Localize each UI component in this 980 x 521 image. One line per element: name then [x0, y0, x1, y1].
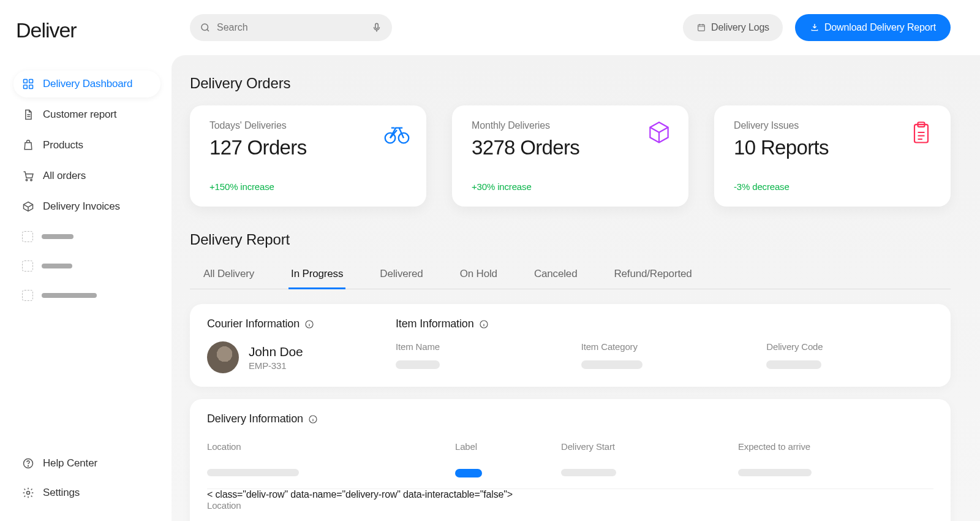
- sidebar-item-products[interactable]: Products: [13, 132, 160, 159]
- sidebar-item-all-orders[interactable]: All orders: [13, 162, 160, 189]
- item-col-name: Item Name: [396, 341, 563, 352]
- info-icon[interactable]: [304, 319, 314, 329]
- status-pill: [455, 469, 482, 477]
- bag-icon: [22, 139, 34, 151]
- box-icon: [646, 119, 673, 146]
- card-delta: +30% increase: [472, 181, 671, 192]
- sidebar-item-label: Help Center: [43, 457, 97, 470]
- card-delta: -3% decrease: [734, 181, 933, 192]
- svg-rect-3: [29, 85, 33, 89]
- card-value: 10 Reports: [734, 136, 933, 159]
- svg-rect-11: [698, 25, 705, 31]
- card-value: 3278 Orders: [472, 136, 671, 159]
- search-field[interactable]: [190, 14, 392, 41]
- item-info-title: Item Information: [396, 318, 933, 330]
- sidebar-item-delivery-dashboard[interactable]: Delivery Dashboard: [13, 70, 160, 97]
- tab-in-progress[interactable]: In Progress: [288, 263, 345, 289]
- document-icon: [22, 108, 34, 121]
- sidebar-item-label: All orders: [43, 170, 86, 182]
- col-location: Location: [207, 441, 438, 452]
- search-input[interactable]: [217, 22, 365, 33]
- card-delta: +150% increase: [209, 181, 409, 192]
- item-col-category: Item Category: [581, 341, 748, 352]
- box-icon: [22, 200, 34, 213]
- report-tabs: All Delivery In Progress Delivered On Ho…: [190, 257, 951, 289]
- sidebar-item-label: Settings: [43, 487, 80, 499]
- skeleton: [766, 360, 821, 369]
- button-label: Download Delivery Report: [824, 22, 936, 33]
- svg-point-9: [202, 24, 208, 31]
- clipboard-icon: [908, 119, 935, 146]
- courier-info-title: Courier Information: [207, 318, 366, 330]
- delivery-logs-button[interactable]: Delivery Logs: [683, 14, 783, 41]
- download-icon: [810, 23, 820, 32]
- tab-on-hold[interactable]: On Hold: [458, 263, 500, 289]
- sidebar-item-customer-report[interactable]: Customer report: [13, 101, 160, 128]
- tab-delivered[interactable]: Delivered: [377, 263, 425, 289]
- stat-card-monthly-deliveries: Monthly Deliveries 3278 Orders +30% incr…: [452, 105, 688, 207]
- svg-rect-2: [24, 85, 28, 89]
- card-label: Monthly Deliveries: [472, 120, 671, 131]
- svg-point-7: [28, 466, 29, 466]
- download-report-button[interactable]: Download Delivery Report: [795, 14, 951, 41]
- svg-point-13: [399, 133, 409, 143]
- courier-item-panel: Courier Information John Doe EMP-331: [190, 304, 951, 387]
- skeleton: [396, 360, 440, 369]
- delivery-row: Location Label Delivery Start: [207, 436, 933, 489]
- gear-icon: [22, 487, 34, 499]
- sidebar-item-label: Delivery Invoices: [43, 200, 120, 213]
- stat-cards: Todays' Deliveries 127 Orders +150% incr…: [190, 105, 951, 207]
- delivery-info-panel: Delivery Information Location Label: [190, 399, 951, 521]
- sidebar-item-settings[interactable]: Settings: [13, 479, 160, 506]
- sidebar-item-delivery-invoices[interactable]: Delivery Invoices: [13, 193, 160, 220]
- tab-canceled[interactable]: Canceled: [532, 263, 580, 289]
- brand-logo: Deliver: [13, 18, 160, 42]
- tab-refund-reported[interactable]: Refund/Reported: [611, 263, 694, 289]
- skeleton: [581, 360, 643, 369]
- svg-rect-10: [375, 23, 379, 28]
- stat-card-delivery-issues: Delivery Issues 10 Reports -3% decrease: [714, 105, 951, 207]
- courier-id: EMP-331: [249, 360, 303, 371]
- svg-point-5: [31, 179, 32, 181]
- sidebar-item-help-center[interactable]: Help Center: [13, 450, 160, 477]
- skeleton: [207, 469, 299, 476]
- report-body: Courier Information John Doe EMP-331: [190, 304, 951, 521]
- sidebar-nav: Delivery Dashboard Customer report Produ…: [13, 70, 160, 308]
- dashboard-icon: [22, 78, 34, 90]
- sidebar-item-placeholder: [13, 253, 160, 279]
- info-icon[interactable]: [308, 414, 318, 424]
- card-value: 127 Orders: [209, 136, 409, 159]
- card-label: Todays' Deliveries: [209, 120, 409, 131]
- stat-card-todays-deliveries: Todays' Deliveries 127 Orders +150% incr…: [190, 105, 426, 207]
- item-col-delivery-code: Delivery Code: [766, 341, 933, 352]
- content-area: Delivery Orders Todays' Deliveries 127 O…: [172, 55, 980, 521]
- col-delivery-start: Delivery Start: [561, 441, 721, 452]
- sidebar-item-placeholder: [13, 283, 160, 308]
- calendar-icon: [696, 23, 706, 32]
- col-label: Label: [455, 441, 544, 452]
- courier-name: John Doe: [249, 344, 303, 359]
- report-section-title: Delivery Report: [190, 231, 290, 248]
- search-icon: [200, 22, 211, 33]
- svg-rect-1: [29, 80, 33, 83]
- sidebar-item-label: Products: [43, 139, 83, 151]
- mic-icon[interactable]: [371, 22, 382, 33]
- button-label: Delivery Logs: [711, 22, 769, 33]
- bicycle-icon: [383, 119, 410, 146]
- col-expected-arrive: Expected to arrive: [738, 441, 933, 452]
- col-location: Location: [207, 500, 933, 511]
- svg-point-4: [26, 179, 28, 181]
- courier-block: John Doe EMP-331: [207, 341, 366, 373]
- card-label: Delivery Issues: [734, 120, 933, 131]
- sidebar: Deliver Delivery Dashboard Customer repo…: [0, 0, 172, 521]
- topbar: Delivery Logs Download Delivery Report: [172, 0, 980, 55]
- sidebar-item-label: Delivery Dashboard: [43, 78, 132, 90]
- sidebar-item-placeholder: [13, 224, 160, 249]
- cart-icon: [22, 170, 34, 182]
- delivery-info-title: Delivery Information: [207, 413, 933, 425]
- sidebar-item-label: Customer report: [43, 108, 116, 121]
- avatar: [207, 341, 239, 373]
- info-icon[interactable]: [479, 319, 489, 329]
- tab-all-delivery[interactable]: All Delivery: [201, 263, 257, 289]
- skeleton: [738, 469, 812, 476]
